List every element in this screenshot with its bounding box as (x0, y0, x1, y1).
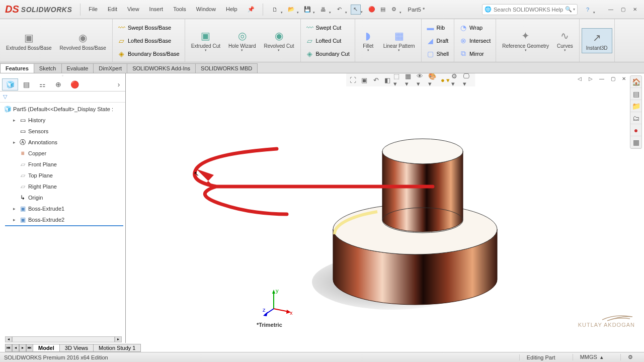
tree-boss-extrude2[interactable]: ▸▣Boss-Extrude2 (0, 214, 125, 225)
search-box[interactable]: 🌐 🔍 ▾ (482, 4, 578, 15)
tree-origin[interactable]: ↳Origin (0, 192, 125, 203)
status-units[interactable]: MMGS ▴ (573, 354, 610, 360)
new-icon[interactable]: 🗋 (270, 5, 280, 15)
search-input[interactable] (494, 7, 565, 13)
zoom-fit-icon[interactable]: ⛶ (347, 74, 358, 85)
tree-scrollbar[interactable]: ◂▸ (5, 336, 122, 343)
swept-cut-button[interactable]: 〰Swept Cut (303, 21, 345, 34)
tab-prev-icon[interactable]: ◂ (12, 344, 19, 352)
custom-props-icon[interactable]: ▦ (630, 136, 641, 148)
tab-next-icon[interactable]: ▸ (19, 344, 26, 352)
menu-insert[interactable]: Insert (144, 4, 169, 15)
curves-button[interactable]: ∿Curves▾ (553, 27, 577, 54)
bottom-tab-3dviews[interactable]: 3D Views (59, 344, 94, 352)
revolved-boss-button[interactable]: ◉ Revolved Boss/Base (56, 29, 110, 53)
edit-appearance-icon[interactable]: 🎨 ▾ (428, 74, 439, 85)
shell-button[interactable]: ▢Shell (424, 47, 452, 60)
vp-prev-icon[interactable]: ◁ (576, 74, 584, 82)
lofted-cut-button[interactable]: ▱Lofted Cut (303, 34, 345, 47)
tree-root[interactable]: 🧊 Part5 (Default<<Default>_Display State… (0, 104, 125, 115)
view-orientation-icon[interactable]: ⬚ ▾ (393, 74, 405, 85)
appearances-icon[interactable]: ● (630, 124, 641, 136)
tree-material[interactable]: ≡Copper (0, 148, 125, 159)
tree-front-plane[interactable]: ▱Front Plane (0, 159, 125, 170)
previous-view-icon[interactable]: ↶ (370, 74, 381, 85)
menu-tools[interactable]: Tools (168, 4, 191, 15)
tab-last-icon[interactable]: ⏭ (26, 344, 33, 352)
vp-minimize-icon[interactable]: — (598, 74, 606, 82)
intersect-button[interactable]: ⊗Intersect (456, 34, 494, 47)
options-icon[interactable]: ▤ (378, 5, 388, 15)
boundary-boss-button[interactable]: ◈Boundary Boss/Base (115, 47, 183, 60)
menu-window[interactable]: Window (191, 4, 221, 15)
feature-manager-tab-icon[interactable]: 🧊 (2, 78, 18, 90)
tab-dimxpert[interactable]: DimXpert (93, 63, 127, 73)
tab-mbd[interactable]: SOLIDWORKS MBD (195, 63, 258, 73)
menu-help[interactable]: Help (221, 4, 243, 15)
tree-right-plane[interactable]: ▱Right Plane (0, 181, 125, 192)
swept-boss-button[interactable]: 〰Swept Boss/Base (115, 21, 174, 34)
file-explorer-icon[interactable]: 🗂 (630, 112, 641, 124)
fillet-button[interactable]: ◗Fillet▾ (357, 27, 379, 54)
print-icon[interactable]: 🖶 (318, 5, 329, 15)
settings-icon[interactable]: ⚙ (389, 5, 399, 15)
minimize-icon[interactable]: — (607, 6, 615, 14)
view-settings-icon[interactable]: ⚙ ▾ (451, 74, 462, 85)
vp-close-icon[interactable]: ✕ (620, 74, 628, 82)
expand-panel-icon[interactable]: › (114, 78, 123, 90)
hide-show-icon[interactable]: 👁 ▾ (417, 74, 428, 85)
vp-next-icon[interactable]: ▷ (587, 74, 595, 82)
view-triad[interactable]: y x z (263, 288, 293, 318)
menu-edit[interactable]: Edit (103, 4, 122, 15)
open-icon[interactable]: 📂 (286, 5, 296, 15)
render-icon[interactable]: 🖵 ▾ (463, 74, 474, 85)
property-manager-tab-icon[interactable]: ▤ (18, 78, 34, 90)
search-icon[interactable]: 🔍 (565, 6, 572, 13)
bottom-tab-motion[interactable]: Motion Study 1 (93, 344, 141, 352)
bottom-tab-model[interactable]: Model (33, 344, 60, 352)
menu-pin-icon[interactable]: 📌 (243, 4, 260, 15)
tab-evaluate[interactable]: Evaluate (61, 63, 94, 73)
linear-pattern-button[interactable]: ▦Linear Pattern▾ (379, 27, 419, 54)
close-icon[interactable]: ✕ (631, 6, 639, 14)
zoom-area-icon[interactable]: ▣ (359, 74, 370, 85)
design-library-icon[interactable]: 📁 (630, 100, 641, 112)
display-manager-tab-icon[interactable]: 🔴 (66, 78, 83, 90)
extruded-cut-button[interactable]: ▣Extruded Cut▾ (187, 27, 224, 54)
tab-features[interactable]: Features (0, 63, 34, 73)
menu-view[interactable]: View (122, 4, 144, 15)
revolved-cut-button[interactable]: ◉Revolved Cut▾ (260, 27, 298, 54)
rib-button[interactable]: ▬Rib (424, 21, 448, 34)
tree-sensors[interactable]: ▭Sensors (0, 126, 125, 137)
configuration-manager-tab-icon[interactable]: ⚏ (34, 78, 50, 90)
instant3d-button[interactable]: ↗Instant3D (582, 28, 612, 53)
rebuild-icon[interactable]: 🔴 (367, 5, 377, 15)
filter-icon[interactable]: ▽ (3, 94, 7, 100)
tab-first-icon[interactable]: ⏮ (5, 344, 12, 352)
reference-geometry-button[interactable]: ✦Reference Geometry▾ (498, 27, 553, 54)
maximize-icon[interactable]: ▢ (619, 6, 627, 14)
boundary-cut-button[interactable]: ◈Boundary Cut (303, 47, 353, 60)
mirror-button[interactable]: ⧉Mirror (456, 47, 487, 60)
lofted-boss-button[interactable]: ▱Lofted Boss/Base (115, 34, 174, 47)
section-view-icon[interactable]: ◧ (382, 74, 393, 85)
apply-scene-icon[interactable]: ● ▾ (440, 74, 451, 85)
tab-addins[interactable]: SOLIDWORKS Add-Ins (127, 63, 196, 73)
tree-annotations[interactable]: ▸ⒶAnnotations (0, 137, 125, 148)
draft-button[interactable]: ◢Draft (424, 34, 452, 47)
resources-icon[interactable]: ▤ (630, 88, 641, 100)
help-icon[interactable]: ? (583, 5, 593, 15)
status-settings-icon[interactable]: ⚙ (620, 354, 640, 360)
vp-maximize-icon[interactable]: ▢ (609, 74, 617, 82)
tab-sketch[interactable]: Sketch (34, 63, 62, 73)
dimxpert-manager-tab-icon[interactable]: ⊕ (50, 78, 66, 90)
home-icon[interactable]: 🏠 (630, 76, 641, 88)
menu-file[interactable]: File (84, 4, 103, 15)
select-icon[interactable]: ↖ (351, 5, 361, 15)
rollback-bar[interactable] (5, 225, 123, 226)
tree-history[interactable]: ▸▭History (0, 115, 125, 126)
save-icon[interactable]: 💾 (302, 5, 312, 15)
tree-boss-extrude1[interactable]: ▸▣Boss-Extrude1 (0, 203, 125, 214)
tree-top-plane[interactable]: ▱Top Plane (0, 170, 125, 181)
hole-wizard-button[interactable]: ◎Hole Wizard▾ (224, 27, 260, 54)
